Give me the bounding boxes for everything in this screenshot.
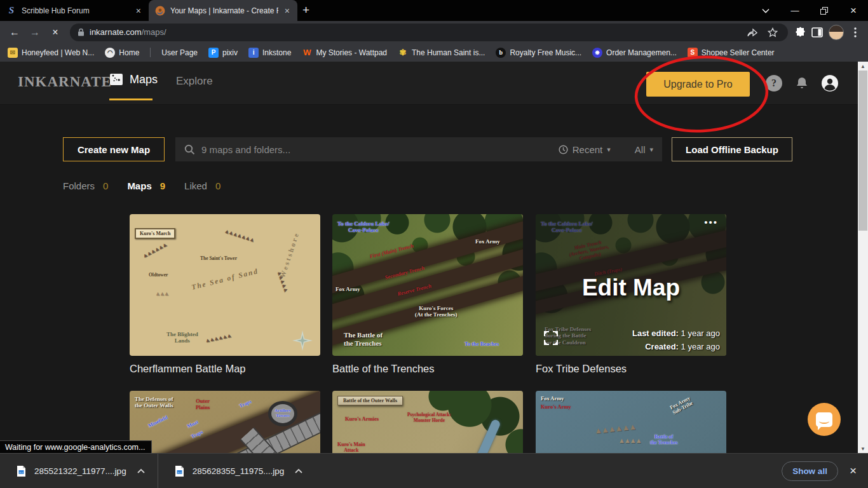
page-scrollbar[interactable]: ▲ ▼ bbox=[858, 62, 868, 453]
card-hover-overlay: ••• Edit Map Last edited: 1 year ago Cre… bbox=[536, 214, 726, 356]
tab-close-icon[interactable]: × bbox=[283, 6, 291, 15]
inkarnate-logo[interactable]: Inkarnate bbox=[18, 74, 112, 90]
nav-maps-label: Maps bbox=[130, 73, 158, 86]
bookmark-label: User Page bbox=[161, 48, 198, 57]
downloads-bar-right: Show all × bbox=[782, 461, 868, 481]
tab-search-icon[interactable] bbox=[751, 0, 780, 21]
map-label: Kuro's Forces(At the Trenches) bbox=[415, 305, 458, 318]
bookmark-royaltymusic[interactable]: bRoyalty Free Music... bbox=[496, 48, 581, 58]
download-item[interactable]: 285628355_11975....jpg bbox=[158, 454, 316, 488]
map-thumbnail[interactable]: To the Caldera Lake/Cave-Palace Fox Army… bbox=[332, 214, 523, 356]
mountain-ridge: ▲▲▲▲ bbox=[618, 437, 641, 444]
mountain-ridge: ▲▲▲▲▲▲ bbox=[593, 422, 635, 436]
extensions-puzzle-icon[interactable] bbox=[793, 25, 808, 40]
notifications-bell-icon[interactable] bbox=[794, 75, 810, 92]
load-offline-backup-button[interactable]: Load Offline Backup bbox=[672, 137, 792, 161]
map-label: The Saint's Tower bbox=[198, 256, 239, 262]
map-label: Fox Army bbox=[541, 396, 564, 402]
bookmark-star-icon[interactable] bbox=[765, 25, 780, 40]
show-all-button[interactable]: Show all bbox=[782, 461, 838, 481]
flower-icon: ✾ bbox=[398, 48, 408, 58]
map-label: Kuro's Army bbox=[541, 404, 571, 410]
stop-icon[interactable]: × bbox=[46, 23, 65, 42]
nav-tab-explore[interactable]: Explore bbox=[176, 75, 213, 88]
new-tab-button[interactable]: + bbox=[297, 3, 318, 21]
filter-dropdown[interactable]: All ▾ bbox=[635, 144, 653, 155]
artillery-tower: ArtilleryTowers bbox=[268, 401, 297, 426]
close-window-button[interactable]: × bbox=[839, 0, 868, 21]
downloads-bar: 285521322_11977....jpg 285628355_11975..… bbox=[0, 453, 868, 488]
nav-tab-maps[interactable]: Maps bbox=[109, 72, 158, 86]
collection-tabs: Folders0 Maps9 Liked0 bbox=[63, 180, 220, 191]
map-label: Fox Army bbox=[336, 286, 360, 292]
account-icon[interactable] bbox=[822, 75, 838, 92]
chat-widget-button[interactable] bbox=[808, 403, 841, 436]
map-label: Fox Army bbox=[475, 238, 500, 245]
bookmark-label: Shopee Seller Center bbox=[702, 48, 775, 57]
create-new-map-button[interactable]: Create new Map bbox=[63, 137, 165, 161]
map-thumbnail[interactable]: ▲▲▲▲▲▲ ▲▲▲▲▲▲▲ ▲▲▲▲▲ ▲▲▲▲▲▲ ▲▲▲ Kuro's M… bbox=[130, 214, 320, 356]
tab-folders[interactable]: Folders0 bbox=[63, 180, 108, 191]
last-edited-label: Last edited: bbox=[632, 329, 679, 338]
scroll-up-arrow[interactable]: ▲ bbox=[858, 62, 868, 71]
map-card-foxtribe[interactable]: To the Caldera Lake/Cave-Palace Main Tre… bbox=[536, 214, 726, 375]
created-label: Created: bbox=[645, 342, 679, 351]
map-title: Battle of the Trenches bbox=[332, 363, 523, 375]
bookmark-pixiv[interactable]: Ppixiv bbox=[208, 48, 238, 58]
bookmark-wattpad[interactable]: WMy Stories - Wattpad bbox=[302, 48, 387, 58]
map-label: Traps bbox=[238, 398, 252, 409]
forward-icon[interactable]: → bbox=[25, 23, 44, 42]
menu-dots-icon[interactable] bbox=[848, 25, 863, 40]
bookmark-userpage[interactable]: User Page bbox=[161, 48, 198, 57]
map-card-cherflammen[interactable]: ▲▲▲▲▲▲ ▲▲▲▲▲▲▲ ▲▲▲▲▲ ▲▲▲▲▲▲ ▲▲▲ Kuro's M… bbox=[130, 214, 320, 375]
close-downloads-icon[interactable]: × bbox=[850, 464, 857, 478]
upgrade-to-pro-button[interactable]: Upgrade to Pro bbox=[646, 72, 750, 97]
tab-close-icon[interactable]: × bbox=[135, 6, 142, 15]
browser-tab-inkarnate[interactable]: Your Maps | Inkarnate - Create Fa × bbox=[149, 0, 297, 21]
map-label: Kuro's MainAttack bbox=[337, 442, 365, 453]
scrollbar-thumb[interactable] bbox=[858, 71, 867, 231]
card-menu-icon[interactable]: ••• bbox=[704, 217, 718, 227]
bookmark-ordermanagement[interactable]: ❋Order Managemen... bbox=[592, 48, 677, 58]
map-thumbnail[interactable]: To the Caldera Lake/Cave-Palace Main Tre… bbox=[536, 214, 726, 356]
chevron-up-icon[interactable] bbox=[137, 469, 145, 473]
bookmark-label: Home bbox=[119, 48, 139, 57]
map-label: To the Beaches bbox=[465, 341, 499, 348]
scroll-down-arrow[interactable]: ▼ bbox=[858, 444, 868, 453]
tab-liked[interactable]: Liked0 bbox=[184, 180, 220, 191]
minimize-button[interactable]: — bbox=[780, 0, 810, 21]
tab-title: Scribble Hub Forum bbox=[22, 6, 130, 15]
side-panel-icon[interactable] bbox=[810, 25, 825, 40]
share-icon[interactable] bbox=[745, 25, 760, 40]
browser-tab-scribblehub[interactable]: S Scribble Hub Forum × bbox=[0, 0, 149, 21]
last-edited-value: 1 year ago bbox=[681, 329, 720, 338]
sort-label: Recent bbox=[573, 144, 603, 155]
bookmark-humansaint[interactable]: ✾The Human Saint is... bbox=[398, 48, 485, 58]
map-title: Fox Tribe Defenses bbox=[536, 363, 726, 375]
back-icon[interactable]: ← bbox=[5, 23, 24, 42]
map-title: Cherflammen Battle Map bbox=[130, 363, 320, 375]
address-bar[interactable]: inkarnate.com/maps/ bbox=[70, 24, 788, 41]
pixiv-icon: P bbox=[208, 48, 219, 58]
map-icon bbox=[109, 72, 123, 86]
sort-dropdown[interactable]: Recent ▾ bbox=[559, 144, 611, 155]
map-label: Moat bbox=[186, 419, 199, 429]
profile-avatar[interactable] bbox=[829, 25, 844, 40]
site-header: Inkarnate Maps Explore Upgrade to Pro ? bbox=[0, 62, 868, 105]
chevron-up-icon[interactable] bbox=[295, 469, 302, 473]
bookmark-inkstone[interactable]: iInkstone bbox=[248, 48, 291, 58]
bookmark-shopee[interactable]: SShopee Seller Center bbox=[688, 48, 775, 58]
download-item[interactable]: 285521322_11977....jpg bbox=[0, 454, 158, 488]
bookmark-home[interactable]: ◠Home bbox=[105, 48, 139, 58]
restore-button[interactable] bbox=[810, 0, 839, 21]
map-card-trenches[interactable]: To the Caldera Lake/Cave-Palace Fox Army… bbox=[332, 214, 523, 375]
url-path: /maps/ bbox=[142, 27, 166, 37]
tab-maps[interactable]: Maps9 bbox=[127, 180, 165, 191]
fullscreen-expand-icon[interactable] bbox=[543, 330, 559, 346]
bookmark-honeyfeed[interactable]: ✉Honeyfeed | Web N... bbox=[8, 48, 94, 58]
tab-label: Folders bbox=[63, 180, 95, 191]
search-input[interactable] bbox=[201, 144, 552, 155]
help-icon[interactable]: ? bbox=[766, 75, 782, 92]
edit-map-button[interactable]: Edit Map bbox=[536, 274, 726, 301]
clock-icon bbox=[559, 145, 568, 154]
